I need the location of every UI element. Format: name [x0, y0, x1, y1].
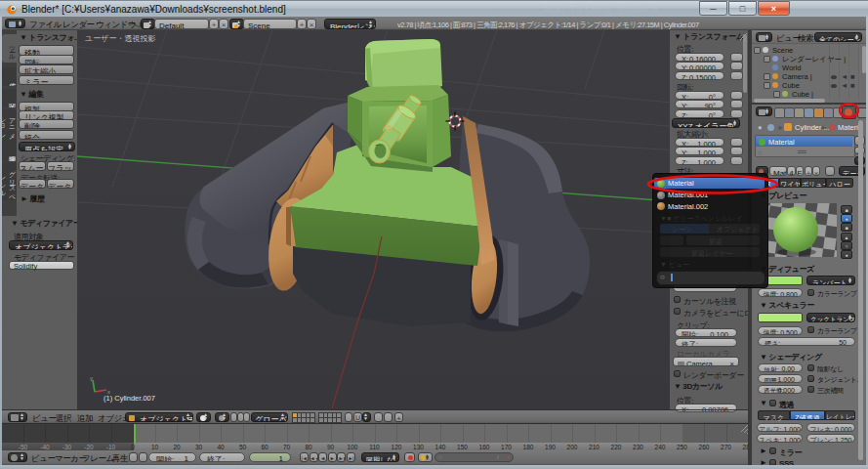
svg-text:x: x: [107, 389, 110, 395]
svg-text:ユーザー・透視投影: ユーザー・透視投影: [85, 34, 155, 43]
svg-text:(1) Cylinder.007: (1) Cylinder.007: [103, 394, 155, 403]
svg-text:y: y: [90, 375, 93, 381]
